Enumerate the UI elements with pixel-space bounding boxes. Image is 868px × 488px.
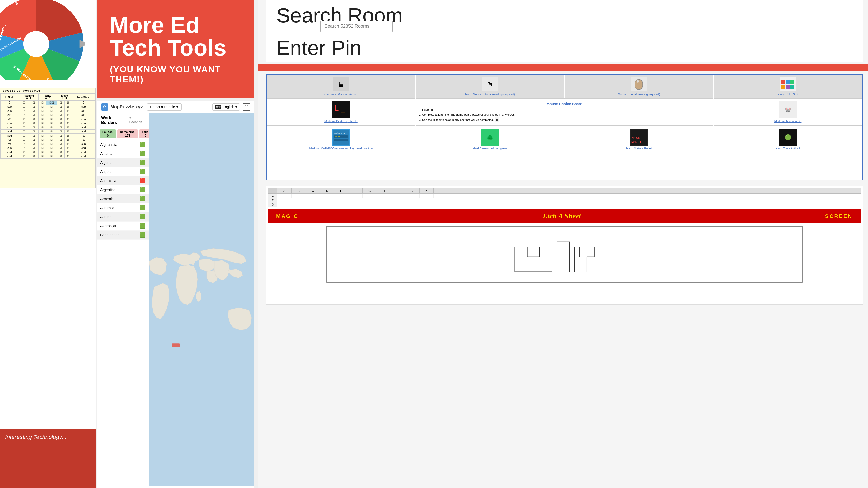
cell-1f[interactable]: [348, 194, 363, 198]
computer-icon: 🖥: [333, 77, 349, 91]
cell-owlieboo: OwlieBOO mouse Medium: OwlieBOO mouse an…: [267, 126, 415, 153]
left-panel: 9. Hoh... 5. 3. Who did you... 1. Which.…: [0, 0, 96, 488]
enter-pin-section: Enter Pin: [266, 34, 863, 63]
table-row: res☑☑☑☑☑☑res: [1, 138, 95, 142]
map-logo: 🗺 MapPuzzle.xyz: [101, 103, 143, 110]
mouse-diagram-icon: 🖱: [482, 77, 498, 91]
cell-1g[interactable]: [363, 194, 377, 198]
cell-3a-span[interactable]: [277, 202, 435, 206]
list-item[interactable]: Angola 🟩: [97, 167, 149, 176]
puzzle-title-bar: World Borders 7 Seconds: [97, 113, 149, 128]
country-flag-icon: 🟩: [140, 169, 146, 174]
country-flag-icon: 🟩: [140, 187, 146, 193]
cell-1d[interactable]: [320, 194, 334, 198]
map-right-controls: A☆ English ▾ ⛶: [212, 103, 250, 111]
row-num: 1: [269, 194, 277, 198]
col-j-header: J: [405, 188, 420, 193]
list-item[interactable]: Armenia 🟩: [97, 194, 149, 203]
cell-1c[interactable]: [306, 194, 320, 198]
right-panel: Search Room Enter Pin 🖥 Start here: Mous…: [258, 0, 868, 488]
hero-section: More Ed Tech Tools (YOU KNOW YOU WANT TH…: [97, 0, 254, 98]
cell-1j[interactable]: [405, 194, 420, 198]
map-sidebar: World Borders 7 Seconds Founds: 0 Remain…: [97, 113, 149, 486]
svg-text:OwlieBOO: OwlieBOO: [334, 132, 345, 135]
trace-icon: 🟢: [779, 129, 797, 145]
cell-link-robot[interactable]: Hard: Make a Robot: [626, 147, 652, 150]
list-item[interactable]: Austria 🟩: [97, 213, 149, 222]
country-name: Australia: [100, 206, 114, 210]
search-room-input[interactable]: [320, 21, 393, 32]
row-num: 3: [269, 202, 277, 206]
list-item[interactable]: Azerbaijan 🟩: [97, 222, 149, 231]
cell-link-owlieboo[interactable]: Medium: OwlieBOO mouse and keyboard prac…: [309, 147, 373, 150]
list-item[interactable]: Argentina 🟩: [97, 185, 149, 194]
select-puzzle-button[interactable]: Select a Puzzle ▾: [147, 103, 182, 110]
country-flag-icon: 🟩: [140, 232, 146, 238]
screen-label: SCREEN: [825, 213, 853, 219]
instruction-1: 1. Have Fun!: [419, 107, 710, 112]
cell-link-mouse-tutorial[interactable]: Mouse Tutorial (reading required): [618, 93, 660, 96]
fullscreen-button[interactable]: ⛶: [243, 103, 250, 111]
table-row: s11☑☑☑☑☑☑s11: [1, 113, 95, 117]
list-item[interactable]: Antarctica 🟥: [97, 176, 149, 185]
translate-button[interactable]: A☆ English ▾: [212, 103, 240, 110]
country-name: Azerbaijan: [100, 224, 117, 228]
cell-mouse-tutorial-hard: 🖱 Hard: Mouse Tutorial (reading required…: [416, 75, 564, 98]
country-flag-icon: 🟩: [140, 214, 146, 220]
cell-link-lightbrite[interactable]: Medium: Digital Light-brite: [324, 120, 358, 123]
table-row: con☑☑☑☑☑☑add: [1, 126, 95, 130]
list-item[interactable]: Australia 🟩: [97, 203, 149, 213]
owlieboo-icon: OwlieBOO mouse: [332, 129, 350, 145]
cell-link-color-sort[interactable]: Easy: Color Sort: [778, 93, 798, 96]
list-item[interactable]: Algeria 🟩: [97, 158, 149, 167]
svg-text:MAKE: MAKE: [632, 136, 640, 140]
etch-drawing-svg: [327, 227, 802, 282]
table-row: 0☑☑☑☑☑☑☑0: [1, 101, 95, 105]
tape-label: 00000010 00000010: [3, 89, 41, 92]
svg-text:mouse: mouse: [335, 136, 340, 138]
cell-link-voxels[interactable]: Hard: Voxels building game: [473, 147, 507, 150]
cell-1k[interactable]: [420, 194, 434, 198]
table-row: add☑☑☑☑☑☑res: [1, 134, 95, 138]
list-item[interactable]: Albania 🟩: [97, 149, 149, 158]
svg-rect-26: [502, 227, 627, 282]
country-name: Austria: [100, 215, 112, 219]
spreadsheet-row-3: 3: [269, 202, 861, 207]
cell-2a-span[interactable]: [277, 198, 435, 202]
cell-link-start[interactable]: Start here: Mousing Around: [324, 93, 358, 96]
cell-1a[interactable]: [277, 194, 292, 198]
cell-link-mouse-hard[interactable]: Hard: Mouse Tutorial (reading required): [465, 93, 515, 96]
map-display-area: [149, 113, 254, 486]
cell-1i[interactable]: [391, 194, 405, 198]
cell-1b[interactable]: [292, 194, 306, 198]
table-row: s11☑☑☑☑☑☑con: [1, 117, 95, 121]
country-list: Afghanistan 🟩 Albania 🟩 Algeria 🟩 Angola…: [97, 140, 149, 239]
map-toolbar: 🗺 MapPuzzle.xyz Select a Puzzle ▾ A☆ Eng…: [97, 101, 254, 113]
list-item[interactable]: Bangladesh 🟩: [97, 231, 149, 239]
list-item[interactable]: Afghanistan 🟩: [97, 140, 149, 149]
timer: 7 Seconds: [129, 117, 145, 124]
cell-1h[interactable]: [377, 194, 391, 198]
table-row: con☑☑☑☑☑☑con: [1, 121, 95, 126]
table-row: end☑☑☑☑☑☑end: [1, 150, 95, 154]
puzzle-title: World Borders: [101, 116, 129, 125]
cell-1e[interactable]: [334, 194, 348, 198]
remaining-stat: Remaining: 173: [117, 129, 138, 138]
row-num-header: [269, 188, 277, 193]
cell-link-trace[interactable]: Hard: Trace to the k: [776, 147, 801, 150]
country-flag-icon: 🟩: [140, 223, 146, 229]
country-flag-icon: 🟩: [140, 160, 146, 165]
cell-link-minimouse[interactable]: Medium: Minimoue G: [774, 120, 802, 123]
table-row: sub☑☑☑☑☑☑s11: [1, 109, 95, 113]
founds-stat: Founds: 0: [100, 129, 116, 138]
cell-mouse-tutorial: Mouse Tutorial (reading required): [565, 75, 714, 98]
col-i-header: I: [391, 188, 405, 193]
stats-row: Founds: 0 Remaining: 173 Fails: 0: [97, 128, 149, 140]
country-name: Afghanistan: [100, 142, 119, 147]
country-flag-icon: 🟩: [140, 205, 146, 211]
instruction-2: 2. Complete at least 8 of The game board…: [419, 112, 710, 117]
col-h-header: H: [377, 188, 391, 193]
fullscreen-icon: ⛶: [245, 105, 248, 109]
language-dropdown-icon: ▾: [235, 105, 237, 109]
table-row: sub☑☑☑☑☑☑end: [1, 146, 95, 150]
